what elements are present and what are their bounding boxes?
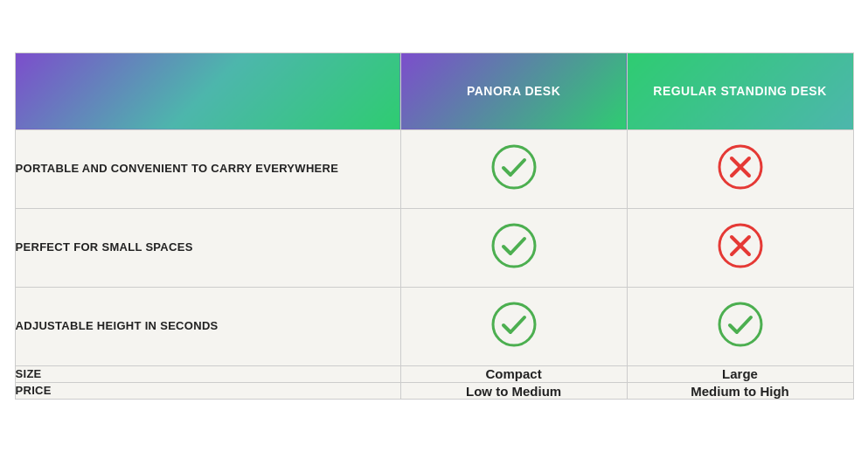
panora-value-0 [400,129,627,208]
feature-label-4: PRICE [15,383,400,400]
regular-value-4: Medium to High [627,383,853,400]
table-row: SIZECompactLarge [15,365,853,382]
svg-point-9 [719,303,761,345]
header-feature-cell [15,52,400,129]
comparison-table: PANORA DESK REGULAR STANDING DESK PORTAB… [15,52,854,400]
table-row: PERFECT FOR SMALL SPACES [15,208,853,287]
svg-point-8 [493,303,535,345]
panora-value-3: Compact [400,365,627,382]
panora-value-2 [400,287,627,365]
regular-value-0 [627,129,853,208]
feature-label-1: PERFECT FOR SMALL SPACES [15,208,400,287]
table-row: PORTABLE AND CONVENIENT TO CARRY EVERYWH… [15,129,853,208]
panora-desk-label: PANORA DESK [467,84,560,98]
table-row: ADJUSTABLE HEIGHT IN SECONDS [15,287,853,365]
svg-point-0 [493,146,535,188]
header-panora-cell: PANORA DESK [400,52,627,129]
table-row: PRICELow to MediumMedium to High [15,383,853,400]
feature-label-2: ADJUSTABLE HEIGHT IN SECONDS [15,287,400,365]
regular-value-2 [627,287,853,365]
panora-value-1 [400,208,627,287]
regular-value-1 [627,208,853,287]
regular-desk-label: REGULAR STANDING DESK [653,84,826,98]
header-regular-cell: REGULAR STANDING DESK [627,52,853,129]
feature-label-3: SIZE [15,365,400,382]
feature-label-0: PORTABLE AND CONVENIENT TO CARRY EVERYWH… [15,129,400,208]
svg-point-4 [493,225,535,267]
regular-value-3: Large [627,365,853,382]
panora-value-4: Low to Medium [400,383,627,400]
